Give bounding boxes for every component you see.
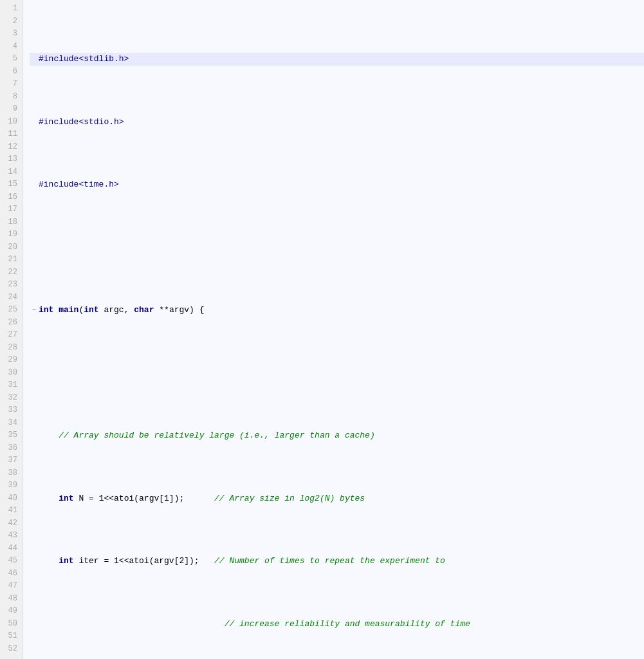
ln-28: 28	[3, 342, 17, 355]
fold-8	[30, 492, 39, 505]
ln-11: 11	[3, 128, 17, 141]
fold-4	[30, 241, 39, 254]
ln-36: 36	[3, 442, 17, 455]
code-text-3: #include<time.h>	[39, 178, 119, 191]
ln-13: 13	[3, 153, 17, 166]
code-text-8: int N = 1<<atoi(argv[1]); // Array size …	[39, 492, 365, 505]
ln-39: 39	[3, 479, 17, 492]
fold-5[interactable]: −	[30, 304, 39, 317]
ln-49: 49	[3, 605, 17, 618]
ln-30: 30	[3, 367, 17, 380]
ln-29: 29	[3, 354, 17, 367]
ln-44: 44	[3, 543, 17, 555]
code-text-5: int main(int argc, char **argv) {	[39, 304, 205, 317]
ln-14: 14	[3, 166, 17, 179]
code-line-4	[30, 241, 644, 254]
ln-46: 46	[3, 568, 17, 580]
ln-5: 5	[3, 53, 17, 66]
code-line-5: − int main(int argc, char **argv) {	[30, 304, 644, 317]
fold-1	[30, 53, 39, 66]
ln-9: 9	[3, 103, 17, 116]
line-number-gutter: 1 2 3 4 5 6 7 8 9 10 11 12 13 14 15 16 1…	[0, 0, 23, 659]
ln-15: 15	[3, 178, 17, 191]
code-text-2: #include<stdio.h>	[39, 116, 124, 129]
code-line-3: #include<time.h>	[30, 178, 644, 191]
ln-50: 50	[3, 618, 17, 631]
code-line-7: // Array should be relatively large (i.e…	[30, 429, 644, 442]
ln-12: 12	[3, 141, 17, 154]
ln-17: 17	[3, 203, 17, 216]
ln-23: 23	[3, 279, 17, 292]
fold-2	[30, 116, 39, 129]
ln-37: 37	[3, 454, 17, 467]
ln-3: 3	[3, 28, 17, 41]
ln-1: 1	[3, 3, 17, 15]
ln-34: 34	[3, 417, 17, 430]
ln-41: 41	[3, 505, 17, 517]
ln-18: 18	[3, 216, 17, 229]
code-text-7: // Array should be relatively large (i.e…	[39, 429, 375, 442]
ln-35: 35	[3, 429, 17, 442]
ln-43: 43	[3, 530, 17, 543]
ln-42: 42	[3, 517, 17, 530]
ln-20: 20	[3, 241, 17, 254]
ln-4: 4	[3, 41, 17, 53]
code-line-1: #include<stdlib.h>	[30, 53, 644, 66]
ln-45: 45	[3, 555, 17, 568]
ln-48: 48	[3, 593, 17, 606]
fold-10	[30, 618, 39, 631]
code-text-10: // increase reliability and measurabilit…	[39, 618, 470, 631]
ln-40: 40	[3, 492, 17, 505]
fold-7	[30, 429, 39, 442]
ln-21: 21	[3, 254, 17, 266]
ln-27: 27	[3, 329, 17, 342]
ln-10: 10	[3, 116, 17, 129]
code-text-9: int iter = 1<<atoi(argv[2]); // Number o…	[39, 555, 445, 568]
fold-6	[30, 367, 39, 380]
ln-6: 6	[3, 66, 17, 79]
ln-31: 31	[3, 379, 17, 392]
code-content[interactable]: #include<stdlib.h> #include<stdio.h> #in…	[23, 0, 644, 659]
ln-26: 26	[3, 317, 17, 330]
ln-33: 33	[3, 404, 17, 417]
code-line-9: int iter = 1<<atoi(argv[2]); // Number o…	[30, 555, 644, 568]
ln-16: 16	[3, 191, 17, 204]
fold-9	[30, 555, 39, 568]
ln-22: 22	[3, 266, 17, 279]
code-editor: 1 2 3 4 5 6 7 8 9 10 11 12 13 14 15 16 1…	[0, 0, 644, 659]
ln-51: 51	[3, 630, 17, 643]
fold-3	[30, 178, 39, 191]
ln-2: 2	[3, 15, 17, 28]
code-line-6	[30, 367, 644, 380]
code-text-1: #include<stdlib.h>	[39, 53, 129, 66]
ln-8: 8	[3, 91, 17, 104]
ln-7: 7	[3, 78, 17, 91]
code-line-8: int N = 1<<atoi(argv[1]); // Array size …	[30, 492, 644, 505]
ln-19: 19	[3, 228, 17, 241]
ln-32: 32	[3, 392, 17, 405]
code-line-10: // increase reliability and measurabilit…	[30, 618, 644, 631]
ln-47: 47	[3, 580, 17, 593]
ln-25: 25	[3, 304, 17, 317]
ln-24: 24	[3, 292, 17, 304]
code-line-2: #include<stdio.h>	[30, 116, 644, 129]
ln-52: 52	[3, 643, 17, 656]
ln-38: 38	[3, 467, 17, 480]
